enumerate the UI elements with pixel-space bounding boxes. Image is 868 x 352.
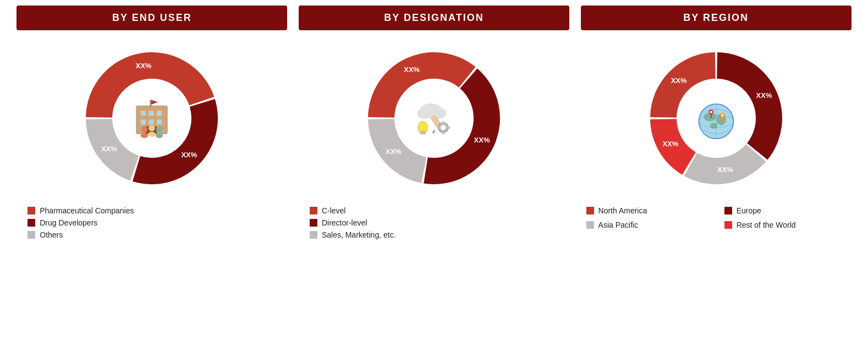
svg-rect-14 xyxy=(150,100,151,107)
svg-marker-15 xyxy=(151,100,158,105)
svg-point-17 xyxy=(417,108,432,119)
legend-item-end-user-2: Others xyxy=(28,230,287,239)
chart-section-region: BY REGIONXX%XX%XX%XX% North AmericaEurop… xyxy=(581,6,851,233)
legend-label-designation-2: Sales, Marketing, etc. xyxy=(322,230,396,239)
svg-point-8 xyxy=(141,127,147,133)
legend-color-region-0 xyxy=(586,207,594,215)
legend-label-designation-1: Director-level xyxy=(322,218,367,227)
legend-color-region-3 xyxy=(724,221,732,229)
legend-item-designation-0: C-level xyxy=(310,206,569,215)
svg-rect-28 xyxy=(420,132,425,135)
svg-rect-4 xyxy=(141,119,146,124)
legend-item-designation-1: Director-level xyxy=(310,218,569,227)
legend-item-region-1: Europe xyxy=(724,206,851,215)
legend-item-end-user-1: Drug Developers xyxy=(28,218,287,227)
svg-marker-20 xyxy=(432,129,436,134)
legend-designation: C-levelDirector-levelSales, Marketing, e… xyxy=(299,206,569,243)
svg-rect-25 xyxy=(437,127,440,129)
donut-label-end-user-1: XX% xyxy=(182,151,197,159)
legend-color-designation-2 xyxy=(310,231,317,239)
legend-item-region-0: North America xyxy=(586,206,713,215)
chart-section-designation: BY DESIGNATIONXX%XX%XX% C-levelDirector-… xyxy=(299,6,569,243)
chart-section-end-user: BY END USERXX%XX%XX% Pharmaceutical Comp… xyxy=(17,6,287,243)
svg-rect-1 xyxy=(141,111,146,116)
svg-point-40 xyxy=(710,111,712,114)
legend-item-end-user-0: Pharmaceutical Companies xyxy=(28,206,287,215)
legend-item-region-2: Asia Pacific xyxy=(586,221,713,229)
legend-color-region-2 xyxy=(586,221,594,229)
legend-color-designation-1 xyxy=(310,219,317,227)
legend-label-end-user-0: Pharmaceutical Companies xyxy=(40,206,134,215)
chart-header-end-user: BY END USER xyxy=(17,6,287,30)
legend-color-designation-0 xyxy=(310,207,317,215)
svg-rect-24 xyxy=(442,132,445,135)
legend-label-region-0: North America xyxy=(598,206,647,215)
donut-label-end-user-2: XX% xyxy=(101,145,117,153)
legend-label-region-3: Rest of the World xyxy=(737,221,796,229)
legend-item-region-3: Rest of the World xyxy=(724,221,851,229)
legend-region: North AmericaEuropeAsia PacificRest of t… xyxy=(581,206,851,233)
donut-icon-end-user xyxy=(127,94,177,143)
legend-color-end-user-2 xyxy=(28,231,35,239)
donut-wrapper-designation: XX%XX%XX% xyxy=(357,41,511,195)
legend-color-end-user-0 xyxy=(28,207,35,215)
svg-rect-26 xyxy=(448,127,451,129)
donut-label-designation-1: XX% xyxy=(474,136,490,144)
legend-label-end-user-2: Others xyxy=(40,230,63,239)
chart-header-designation: BY DESIGNATION xyxy=(299,6,569,30)
legend-color-region-1 xyxy=(724,207,732,215)
donut-wrapper-region: XX%XX%XX%XX% xyxy=(639,41,793,195)
donut-label-region-1: XX% xyxy=(756,91,772,100)
donut-icon-designation xyxy=(409,94,459,143)
donut-wrapper-end-user: XX%XX%XX% xyxy=(75,41,229,195)
svg-rect-5 xyxy=(149,119,154,124)
svg-point-10 xyxy=(149,125,155,131)
charts-container: BY END USERXX%XX%XX% Pharmaceutical Comp… xyxy=(0,0,868,352)
svg-point-11 xyxy=(149,132,156,137)
svg-rect-3 xyxy=(157,111,162,116)
legend-item-designation-2: Sales, Marketing, etc. xyxy=(310,230,569,239)
svg-rect-23 xyxy=(442,122,445,124)
svg-point-22 xyxy=(441,125,446,130)
svg-rect-6 xyxy=(157,119,162,124)
legend-end-user: Pharmaceutical CompaniesDrug DevelopersO… xyxy=(17,206,287,243)
legend-color-end-user-1 xyxy=(28,219,35,227)
donut-icon-region xyxy=(691,94,741,143)
donut-label-region-3: XX% xyxy=(662,140,678,148)
donut-label-designation-2: XX% xyxy=(386,147,402,156)
legend-label-region-1: Europe xyxy=(737,206,761,215)
legend-label-designation-0: C-level xyxy=(322,206,346,215)
svg-point-9 xyxy=(141,133,149,138)
legend-label-end-user-1: Drug Developers xyxy=(40,218,97,227)
svg-point-43 xyxy=(721,114,724,117)
svg-rect-2 xyxy=(149,111,154,116)
donut-label-region-0: XX% xyxy=(671,76,686,85)
legend-label-region-2: Asia Pacific xyxy=(598,221,638,229)
svg-point-12 xyxy=(156,127,162,133)
svg-point-13 xyxy=(156,133,163,138)
chart-header-region: BY REGION xyxy=(581,6,851,30)
